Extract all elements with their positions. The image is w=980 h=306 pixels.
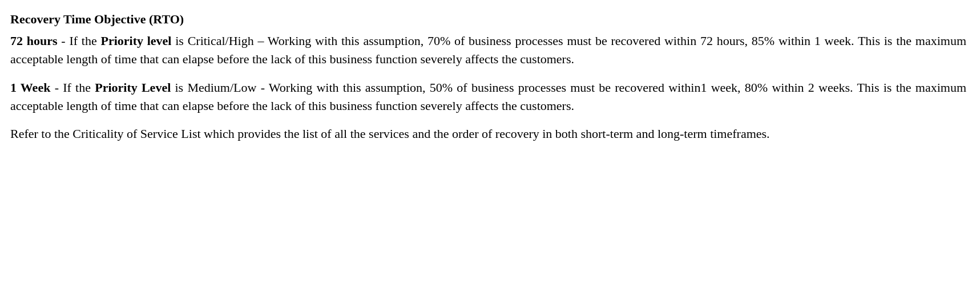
- text-after-term-2: - If the: [50, 80, 95, 95]
- paragraph-1-week: 1 Week - If the Priority Level is Medium…: [10, 79, 966, 115]
- paragraph-72-hours: 72 hours - If the Priority level is Crit…: [10, 32, 966, 68]
- closing-paragraph: Refer to the Criticality of Service List…: [10, 125, 966, 143]
- section-title: Recovery Time Objective (RTO): [10, 10, 966, 28]
- term-72-hours: 72 hours: [10, 34, 58, 48]
- term-1-week: 1 Week: [10, 80, 50, 95]
- bold-priority-level-1: Priority level: [100, 34, 171, 48]
- bold-priority-level-2: Priority Level: [95, 80, 171, 95]
- text-after-term-1: - If the: [58, 34, 101, 48]
